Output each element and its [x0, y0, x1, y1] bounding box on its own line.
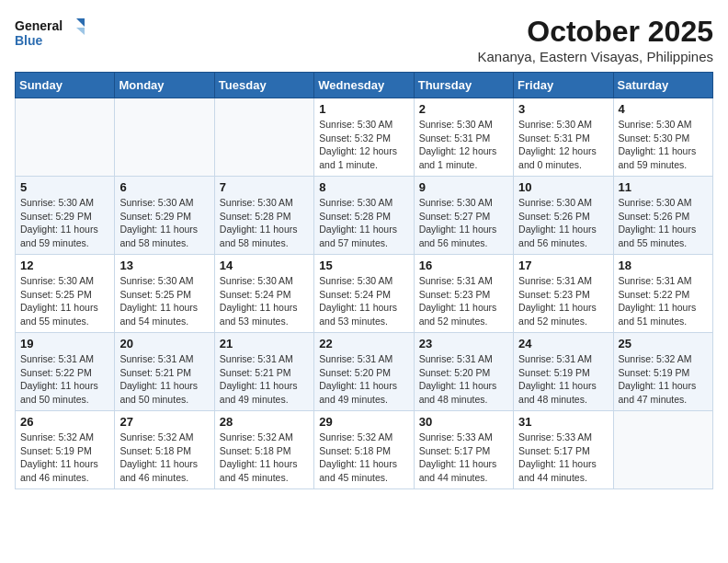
day-number: 20 [119, 337, 209, 350]
day-number: 31 [518, 415, 608, 429]
day-number: 14 [220, 259, 309, 272]
day-number: 15 [319, 259, 408, 272]
weekday-header-tuesday: Tuesday [214, 73, 313, 98]
day-number: 25 [619, 337, 708, 350]
calendar-day-cell: 10Sunrise: 5:30 AM Sunset: 5:26 PM Dayli… [514, 177, 613, 255]
calendar-day-cell: 30Sunrise: 5:33 AM Sunset: 5:17 PM Dayli… [414, 411, 513, 489]
calendar-day-cell: 4Sunrise: 5:30 AM Sunset: 5:30 PM Daylig… [613, 98, 712, 177]
day-number: 30 [419, 415, 508, 429]
day-info: Sunrise: 5:30 AM Sunset: 5:28 PM Dayligh… [220, 196, 309, 250]
day-number: 10 [518, 180, 608, 194]
weekday-header-friday: Friday [514, 73, 613, 98]
svg-marker-2 [76, 18, 85, 27]
day-info: Sunrise: 5:32 AM Sunset: 5:18 PM Dayligh… [220, 431, 309, 485]
day-info: Sunrise: 5:30 AM Sunset: 5:25 PM Dayligh… [20, 274, 109, 328]
day-number: 26 [20, 415, 109, 429]
calendar-day-cell: 12Sunrise: 5:30 AM Sunset: 5:25 PM Dayli… [16, 255, 115, 333]
day-info: Sunrise: 5:30 AM Sunset: 5:25 PM Dayligh… [119, 274, 209, 328]
day-info: Sunrise: 5:30 AM Sunset: 5:32 PM Dayligh… [319, 118, 408, 172]
svg-marker-3 [76, 28, 85, 35]
calendar-day-cell: 24Sunrise: 5:31 AM Sunset: 5:19 PM Dayli… [514, 333, 613, 411]
calendar-day-cell: 5Sunrise: 5:30 AM Sunset: 5:29 PM Daylig… [16, 177, 115, 255]
calendar-week-row: 19Sunrise: 5:31 AM Sunset: 5:22 PM Dayli… [16, 333, 713, 411]
day-info: Sunrise: 5:31 AM Sunset: 5:20 PM Dayligh… [319, 352, 408, 407]
calendar-day-cell: 26Sunrise: 5:32 AM Sunset: 5:19 PM Dayli… [16, 411, 115, 489]
day-info: Sunrise: 5:32 AM Sunset: 5:18 PM Dayligh… [319, 431, 408, 485]
calendar-day-cell [115, 98, 214, 177]
calendar-day-cell: 8Sunrise: 5:30 AM Sunset: 5:28 PM Daylig… [314, 177, 414, 255]
calendar-day-cell: 29Sunrise: 5:32 AM Sunset: 5:18 PM Dayli… [314, 411, 414, 489]
calendar-day-cell: 3Sunrise: 5:30 AM Sunset: 5:31 PM Daylig… [514, 98, 613, 177]
day-info: Sunrise: 5:30 AM Sunset: 5:29 PM Dayligh… [20, 196, 109, 250]
logo: General Blue [15, 15, 88, 52]
day-info: Sunrise: 5:30 AM Sunset: 5:31 PM Dayligh… [419, 118, 508, 172]
calendar-day-cell: 7Sunrise: 5:30 AM Sunset: 5:28 PM Daylig… [214, 177, 313, 255]
day-info: Sunrise: 5:32 AM Sunset: 5:19 PM Dayligh… [619, 352, 708, 407]
weekday-header-thursday: Thursday [414, 73, 513, 98]
day-number: 4 [619, 102, 708, 116]
calendar-day-cell: 19Sunrise: 5:31 AM Sunset: 5:22 PM Dayli… [16, 333, 115, 411]
calendar-day-cell [16, 98, 115, 177]
day-number: 23 [419, 337, 508, 350]
day-info: Sunrise: 5:30 AM Sunset: 5:26 PM Dayligh… [518, 196, 608, 250]
calendar-day-cell: 18Sunrise: 5:31 AM Sunset: 5:22 PM Dayli… [613, 255, 712, 333]
day-number: 9 [419, 180, 508, 194]
day-info: Sunrise: 5:31 AM Sunset: 5:21 PM Dayligh… [119, 352, 209, 407]
calendar-day-cell: 31Sunrise: 5:33 AM Sunset: 5:17 PM Dayli… [514, 411, 613, 489]
calendar-week-row: 12Sunrise: 5:30 AM Sunset: 5:25 PM Dayli… [16, 255, 713, 333]
day-info: Sunrise: 5:32 AM Sunset: 5:18 PM Dayligh… [119, 431, 209, 485]
day-info: Sunrise: 5:30 AM Sunset: 5:31 PM Dayligh… [518, 118, 608, 172]
day-number: 21 [220, 337, 309, 350]
day-number: 2 [419, 102, 508, 116]
calendar-day-cell: 1Sunrise: 5:30 AM Sunset: 5:32 PM Daylig… [314, 98, 414, 177]
calendar-table: SundayMondayTuesdayWednesdayThursdayFrid… [15, 72, 713, 489]
day-info: Sunrise: 5:30 AM Sunset: 5:26 PM Dayligh… [619, 196, 708, 250]
day-number: 27 [119, 415, 209, 429]
day-info: Sunrise: 5:30 AM Sunset: 5:24 PM Dayligh… [220, 274, 309, 328]
day-info: Sunrise: 5:32 AM Sunset: 5:19 PM Dayligh… [20, 431, 109, 485]
calendar-day-cell: 23Sunrise: 5:31 AM Sunset: 5:20 PM Dayli… [414, 333, 513, 411]
day-number: 3 [518, 102, 608, 116]
calendar-day-cell: 6Sunrise: 5:30 AM Sunset: 5:29 PM Daylig… [115, 177, 214, 255]
day-number: 29 [319, 415, 408, 429]
page-header: General Blue October 2025 Kananya, Easte… [15, 15, 713, 64]
day-info: Sunrise: 5:33 AM Sunset: 5:17 PM Dayligh… [518, 431, 608, 485]
day-number: 18 [619, 259, 708, 272]
day-info: Sunrise: 5:31 AM Sunset: 5:20 PM Dayligh… [419, 352, 508, 407]
calendar-week-row: 26Sunrise: 5:32 AM Sunset: 5:19 PM Dayli… [16, 411, 713, 489]
day-number: 12 [20, 259, 109, 272]
calendar-day-cell: 11Sunrise: 5:30 AM Sunset: 5:26 PM Dayli… [613, 177, 712, 255]
day-number: 19 [20, 337, 109, 350]
day-info: Sunrise: 5:31 AM Sunset: 5:21 PM Dayligh… [220, 352, 309, 407]
day-info: Sunrise: 5:31 AM Sunset: 5:23 PM Dayligh… [518, 274, 608, 328]
day-number: 8 [319, 180, 408, 194]
month-title: October 2025 [477, 15, 713, 49]
calendar-week-row: 1Sunrise: 5:30 AM Sunset: 5:32 PM Daylig… [16, 98, 713, 177]
day-info: Sunrise: 5:30 AM Sunset: 5:29 PM Dayligh… [119, 196, 209, 250]
day-info: Sunrise: 5:31 AM Sunset: 5:23 PM Dayligh… [419, 274, 508, 328]
calendar-day-cell: 17Sunrise: 5:31 AM Sunset: 5:23 PM Dayli… [514, 255, 613, 333]
day-info: Sunrise: 5:31 AM Sunset: 5:22 PM Dayligh… [20, 352, 109, 407]
calendar-week-row: 5Sunrise: 5:30 AM Sunset: 5:29 PM Daylig… [16, 177, 713, 255]
calendar-day-cell: 2Sunrise: 5:30 AM Sunset: 5:31 PM Daylig… [414, 98, 513, 177]
weekday-header-row: SundayMondayTuesdayWednesdayThursdayFrid… [16, 73, 713, 98]
calendar-day-cell: 27Sunrise: 5:32 AM Sunset: 5:18 PM Dayli… [115, 411, 214, 489]
day-number: 5 [20, 180, 109, 194]
calendar-day-cell: 16Sunrise: 5:31 AM Sunset: 5:23 PM Dayli… [414, 255, 513, 333]
day-number: 6 [119, 180, 209, 194]
day-number: 7 [220, 180, 309, 194]
day-number: 1 [319, 102, 408, 116]
day-info: Sunrise: 5:30 AM Sunset: 5:27 PM Dayligh… [419, 196, 508, 250]
day-number: 28 [220, 415, 309, 429]
calendar-day-cell [613, 411, 712, 489]
calendar-day-cell: 22Sunrise: 5:31 AM Sunset: 5:20 PM Dayli… [314, 333, 414, 411]
day-number: 17 [518, 259, 608, 272]
logo-svg: General Blue [15, 15, 88, 52]
day-info: Sunrise: 5:30 AM Sunset: 5:28 PM Dayligh… [319, 196, 408, 250]
day-number: 11 [619, 180, 708, 194]
calendar-day-cell [214, 98, 313, 177]
calendar-day-cell: 25Sunrise: 5:32 AM Sunset: 5:19 PM Dayli… [613, 333, 712, 411]
calendar-day-cell: 28Sunrise: 5:32 AM Sunset: 5:18 PM Dayli… [214, 411, 313, 489]
svg-text:General: General [15, 18, 63, 33]
weekday-header-wednesday: Wednesday [314, 73, 414, 98]
